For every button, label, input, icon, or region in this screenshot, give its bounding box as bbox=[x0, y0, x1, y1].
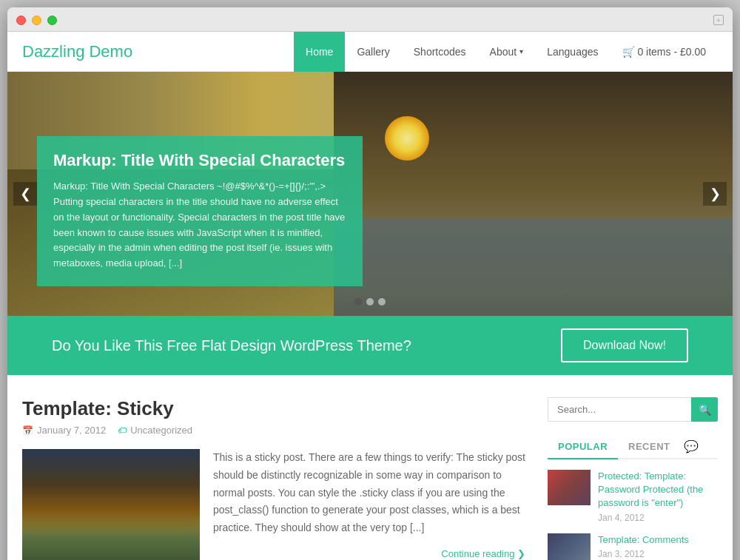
slider-next-button[interactable]: ❯ bbox=[703, 182, 727, 206]
sidebar-post-date-1: Jan 4, 2012 bbox=[598, 513, 718, 523]
post-meta: 📅 January 7, 2012 🏷 Uncategorized bbox=[22, 425, 525, 436]
slide-content: Markup: Title With Special Characters Ma… bbox=[37, 136, 363, 286]
post-title: Template: Sticky bbox=[22, 397, 525, 420]
hero-slider: Markup: Title With Special Characters Ma… bbox=[7, 72, 733, 316]
search-input[interactable] bbox=[548, 397, 691, 422]
comments-tab-icon[interactable]: 💬 bbox=[684, 439, 699, 453]
site-content: Dazzling Demo Home Gallery Shortcodes Ab… bbox=[7, 32, 733, 560]
slider-dot-2[interactable] bbox=[366, 298, 374, 306]
sidebar-post-thumb-1 bbox=[548, 470, 591, 505]
sidebar-post-2: Template: Comments Jan 3, 2012 bbox=[548, 533, 718, 560]
main-content: Template: Sticky 📅 January 7, 2012 🏷 Unc… bbox=[7, 375, 733, 560]
search-icon: 🔍 bbox=[699, 404, 711, 416]
slide-text: Markup: Title With Special Characters ~!… bbox=[53, 179, 346, 271]
post-text-content: This is a sticky post. There are a few t… bbox=[213, 449, 525, 560]
nav-item-home[interactable]: Home bbox=[294, 32, 345, 72]
slider-dots bbox=[354, 298, 386, 306]
about-dropdown-arrow: ▾ bbox=[519, 47, 523, 55]
hero-sun bbox=[385, 116, 429, 161]
sidebar-post-1: Protected: Template: Password Protected … bbox=[548, 470, 718, 523]
calendar-icon: 📅 bbox=[22, 425, 33, 436]
sidebar-tabs: POPULAR RECENT 💬 bbox=[548, 435, 718, 459]
site-nav: Home Gallery Shortcodes About ▾ Language… bbox=[294, 32, 718, 71]
category-icon: 🏷 bbox=[118, 425, 127, 436]
browser-window: + Dazzling Demo Home Gallery Shortcodes … bbox=[7, 7, 733, 560]
browser-chrome: + bbox=[7, 7, 733, 32]
post-featured-image bbox=[22, 449, 200, 560]
post-date-meta: 📅 January 7, 2012 bbox=[22, 425, 106, 436]
continue-reading-link[interactable]: Continue reading ❯ bbox=[213, 546, 525, 560]
nav-item-shortcodes[interactable]: Shortcodes bbox=[402, 32, 478, 72]
sidebar-post-date-2: Jan 3, 2012 bbox=[598, 549, 689, 559]
post-category-meta: 🏷 Uncategorized bbox=[118, 425, 192, 436]
search-button[interactable]: 🔍 bbox=[691, 397, 718, 422]
slider-prev-button[interactable]: ❮ bbox=[13, 182, 37, 206]
traffic-light-red[interactable] bbox=[16, 16, 26, 25]
post-category: Uncategorized bbox=[130, 425, 192, 436]
tab-popular[interactable]: POPULAR bbox=[548, 435, 618, 459]
slider-dot-3[interactable] bbox=[378, 298, 386, 306]
tab-recent[interactable]: RECENT bbox=[618, 435, 680, 458]
nav-item-cart[interactable]: 🛒 0 items - £0.00 bbox=[610, 32, 719, 72]
sidebar-post-info-1: Protected: Template: Password Protected … bbox=[598, 470, 718, 523]
sidebar-post-title-1[interactable]: Protected: Template: Password Protected … bbox=[598, 470, 718, 510]
slide-title: Markup: Title With Special Characters bbox=[53, 151, 346, 170]
hero-water bbox=[334, 218, 733, 316]
nav-item-about[interactable]: About ▾ bbox=[478, 32, 536, 72]
traffic-light-green[interactable] bbox=[47, 16, 57, 25]
nav-item-gallery[interactable]: Gallery bbox=[345, 32, 401, 72]
download-now-button[interactable]: Download Now! bbox=[561, 328, 688, 362]
site-logo[interactable]: Dazzling Demo bbox=[22, 42, 294, 61]
sidebar: 🔍 POPULAR RECENT 💬 Protected bbox=[548, 397, 718, 560]
traffic-light-yellow[interactable] bbox=[32, 16, 41, 25]
browser-expand-button[interactable]: + bbox=[713, 15, 724, 25]
post-date: January 7, 2012 bbox=[37, 425, 106, 436]
site-header: Dazzling Demo Home Gallery Shortcodes Ab… bbox=[7, 32, 733, 72]
slider-dot-1[interactable] bbox=[354, 298, 362, 306]
blog-posts: Template: Sticky 📅 January 7, 2012 🏷 Unc… bbox=[22, 397, 525, 560]
sidebar-post-thumb-2 bbox=[548, 533, 591, 560]
nav-item-languages[interactable]: Languages bbox=[535, 32, 610, 72]
sidebar-post-title-2[interactable]: Template: Comments bbox=[598, 533, 689, 547]
sidebar-post-info-2: Template: Comments Jan 3, 2012 bbox=[598, 533, 689, 559]
post-body: This is a sticky post. There are a few t… bbox=[22, 449, 525, 560]
search-box: 🔍 bbox=[548, 397, 718, 422]
cta-banner: Do You Like This Free Flat Design WordPr… bbox=[7, 316, 733, 375]
cta-text: Do You Like This Free Flat Design WordPr… bbox=[52, 337, 411, 354]
